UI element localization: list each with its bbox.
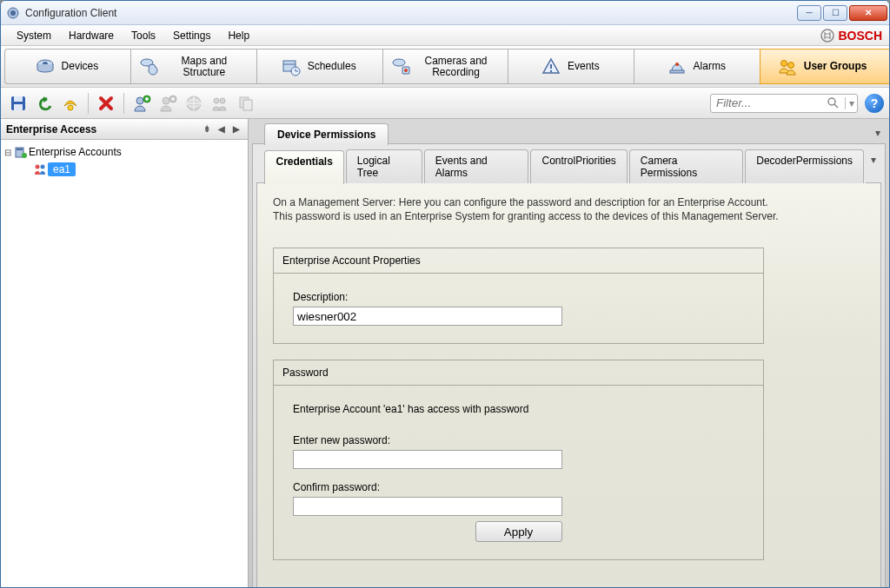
outer-tabs: Device Permissions ▾ bbox=[252, 122, 886, 144]
group-password: Password Enterprise Account 'ea1' has ac… bbox=[273, 360, 764, 560]
menu-help[interactable]: Help bbox=[219, 27, 258, 44]
cameras-icon bbox=[390, 54, 413, 80]
svg-point-17 bbox=[675, 63, 679, 66]
nav-events[interactable]: Events bbox=[508, 49, 641, 84]
svg-point-14 bbox=[404, 69, 408, 72]
left-panel-title: Enterprise Access bbox=[6, 123, 96, 135]
panel-pin-icon[interactable]: ⇟ bbox=[201, 124, 213, 134]
search-icon[interactable] bbox=[827, 97, 839, 109]
tab-credentials[interactable]: Credentials bbox=[264, 150, 343, 184]
description-input[interactable] bbox=[293, 307, 562, 326]
save-button[interactable] bbox=[6, 91, 30, 116]
activate-button[interactable] bbox=[58, 91, 83, 116]
tab-device-permissions[interactable]: Device Permissions bbox=[264, 123, 389, 145]
main-nav: Devices Maps and Structure Schedules Cam… bbox=[1, 46, 889, 88]
tab-events-alarms[interactable]: Events and Alarms bbox=[424, 149, 529, 183]
svg-point-35 bbox=[828, 98, 835, 105]
tab-control-priorities[interactable]: ControlPriorities bbox=[530, 149, 627, 183]
confirm-password-input[interactable] bbox=[293, 497, 562, 516]
tab-decoder-permissions[interactable]: DecoderPermissions bbox=[745, 149, 864, 183]
svg-point-39 bbox=[22, 153, 27, 158]
apply-button[interactable]: Apply bbox=[475, 521, 562, 542]
add-user-button[interactable] bbox=[130, 91, 154, 116]
nav-cameras[interactable]: Cameras and Recording bbox=[382, 49, 515, 84]
svg-point-2 bbox=[821, 30, 834, 42]
svg-point-1 bbox=[10, 10, 16, 16]
events-icon bbox=[538, 54, 564, 80]
delete-button[interactable] bbox=[94, 91, 118, 116]
main-area: Enterprise Access ⇟ ◀ ▶ ⊟ Enterprise Acc… bbox=[1, 119, 889, 587]
nav-cameras-label: Cameras and Recording bbox=[416, 56, 496, 78]
inner-tabs: Credentials Logical Tree Events and Alar… bbox=[256, 149, 881, 183]
add-group-button[interactable] bbox=[156, 91, 180, 116]
help-button[interactable]: ? bbox=[865, 94, 884, 113]
svg-point-32 bbox=[220, 98, 225, 103]
menu-settings[interactable]: Settings bbox=[164, 27, 219, 44]
enter-password-input[interactable] bbox=[293, 450, 562, 469]
undo-button[interactable] bbox=[32, 91, 56, 116]
schedules-icon bbox=[278, 54, 304, 80]
devices-icon bbox=[32, 54, 58, 80]
tree-item-ea1-label: ea1 bbox=[48, 162, 76, 176]
tree-root-label: Enterprise Accounts bbox=[29, 146, 122, 158]
svg-point-12 bbox=[393, 59, 405, 66]
svg-rect-22 bbox=[14, 96, 23, 102]
inner-tab-dropdown-icon[interactable]: ▾ bbox=[866, 149, 881, 183]
menu-tools[interactable]: Tools bbox=[123, 27, 164, 44]
app-icon bbox=[6, 6, 20, 20]
usergroups-icon bbox=[774, 54, 800, 80]
add-dualauth-button[interactable] bbox=[208, 91, 232, 116]
nav-devices[interactable]: Devices bbox=[4, 49, 137, 84]
svg-point-25 bbox=[136, 97, 143, 104]
svg-point-40 bbox=[36, 165, 40, 169]
confirm-password-label: Confirm password: bbox=[293, 481, 744, 493]
titlebar: Configuration Client ─ ☐ ✕ bbox=[1, 1, 889, 25]
nav-events-label: Events bbox=[568, 61, 600, 72]
maximize-button[interactable]: ☐ bbox=[823, 5, 847, 21]
svg-point-19 bbox=[780, 60, 787, 66]
outer-tab-dropdown-icon[interactable]: ▾ bbox=[870, 122, 886, 144]
nav-maps-label: Maps and Structure bbox=[164, 56, 244, 78]
tab-camera-permissions[interactable]: Camera Permissions bbox=[629, 149, 743, 183]
left-panel: Enterprise Access ⇟ ◀ ▶ ⊟ Enterprise Acc… bbox=[1, 119, 249, 587]
tree-item-ea1[interactable]: ea1 bbox=[3, 161, 246, 178]
filter-dropdown-icon[interactable]: ▾ bbox=[845, 97, 854, 109]
nav-usergroups-label: User Groups bbox=[804, 61, 867, 72]
add-enterprise-button[interactable] bbox=[182, 91, 206, 116]
panel-next-icon[interactable]: ▶ bbox=[230, 124, 242, 134]
svg-rect-34 bbox=[243, 100, 252, 110]
svg-point-16 bbox=[550, 69, 552, 71]
panel-prev-icon[interactable]: ◀ bbox=[216, 124, 228, 134]
window-title: Configuration Client bbox=[25, 7, 795, 19]
nav-alarms-label: Alarms bbox=[694, 61, 726, 72]
svg-rect-38 bbox=[17, 149, 23, 150]
app-window: Configuration Client ─ ☐ ✕ System Hardwa… bbox=[0, 0, 890, 588]
svg-point-20 bbox=[787, 62, 794, 68]
menubar: System Hardware Tools Settings Help BOSC… bbox=[1, 25, 889, 46]
svg-point-27 bbox=[163, 97, 169, 104]
svg-line-36 bbox=[834, 104, 838, 108]
nav-usergroups[interactable]: User Groups bbox=[760, 49, 890, 84]
group-enterprise-properties-title: Enterprise Account Properties bbox=[274, 248, 763, 274]
tree-root[interactable]: ⊟ Enterprise Accounts bbox=[3, 143, 246, 161]
brand-logo: BOSCH bbox=[820, 29, 882, 43]
minimize-button[interactable]: ─ bbox=[797, 5, 821, 21]
nav-alarms[interactable]: Alarms bbox=[634, 49, 767, 84]
password-status: Enterprise Account 'ea1' has access with… bbox=[293, 403, 744, 415]
close-button[interactable]: ✕ bbox=[849, 5, 887, 21]
nav-devices-label: Devices bbox=[62, 61, 99, 72]
svg-rect-23 bbox=[14, 104, 23, 110]
nav-schedules[interactable]: Schedules bbox=[256, 49, 389, 84]
content-pane: On a Management Server: Here you can con… bbox=[256, 183, 881, 587]
nav-maps[interactable]: Maps and Structure bbox=[130, 49, 263, 84]
collapse-icon[interactable]: ⊟ bbox=[3, 148, 13, 157]
tab-logical-tree[interactable]: Logical Tree bbox=[346, 149, 422, 183]
bosch-icon bbox=[820, 29, 834, 43]
menu-hardware[interactable]: Hardware bbox=[60, 27, 123, 44]
menu-system[interactable]: System bbox=[8, 27, 60, 44]
toolbar: ▾ ? bbox=[1, 88, 889, 119]
copy-button[interactable] bbox=[234, 91, 258, 116]
filter-box: ▾ bbox=[710, 94, 858, 113]
group-password-title: Password bbox=[274, 360, 763, 386]
outer-content: Credentials Logical Tree Events and Alar… bbox=[252, 144, 886, 587]
